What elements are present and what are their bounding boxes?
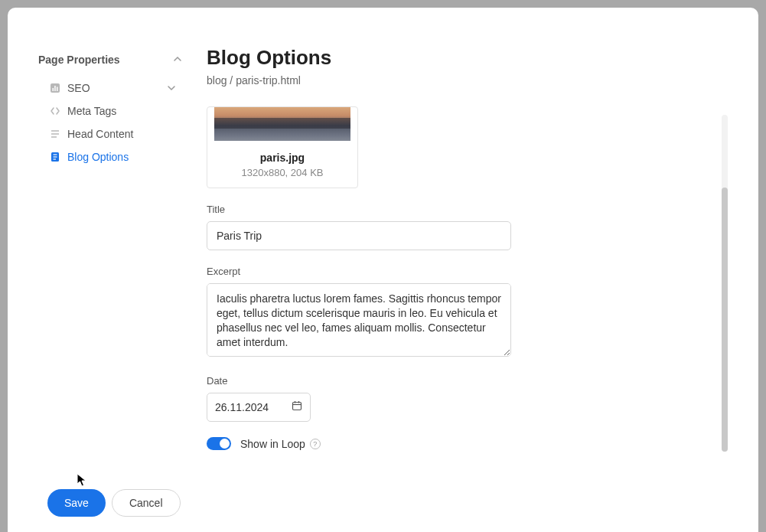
sidebar-item-label: Head Content [67, 128, 133, 140]
title-input[interactable] [207, 221, 511, 250]
sidebar-item-label: Blog Options [67, 151, 129, 163]
sidebar-item-label: Meta Tags [67, 105, 116, 117]
date-input[interactable]: 26.11.2024 [207, 393, 311, 422]
image-preview [214, 107, 350, 141]
svg-rect-11 [293, 403, 302, 410]
toggle-label-text: Show in Loop [240, 438, 305, 450]
sidebar-item-meta-tags[interactable]: Meta Tags [38, 100, 182, 122]
page-properties-modal: Page Properties SEO Meta Tags [8, 8, 758, 532]
excerpt-textarea[interactable] [207, 283, 511, 357]
sidebar-item-label: SEO [67, 82, 90, 94]
scrollbar-thumb[interactable] [722, 188, 728, 452]
image-filename: paris.jpg [214, 152, 351, 164]
modal-footer: Save Cancel [8, 489, 758, 532]
code-icon [49, 105, 61, 117]
svg-rect-3 [57, 87, 58, 92]
date-label: Date [207, 375, 706, 387]
modal-content: Page Properties SEO Meta Tags [8, 8, 758, 489]
sidebar: Page Properties SEO Meta Tags [8, 8, 191, 489]
toggle-knob [220, 439, 230, 449]
featured-image-card[interactable]: paris.jpg 1320x880, 204 KB [207, 106, 358, 188]
page-title: Blog Options [207, 46, 706, 70]
document-icon [49, 151, 61, 163]
svg-rect-2 [54, 86, 56, 91]
sidebar-item-seo[interactable]: SEO [38, 77, 182, 100]
show-in-loop-toggle[interactable] [207, 437, 231, 450]
image-meta: 1320x880, 204 KB [214, 167, 351, 178]
image-card-text: paris.jpg 1320x880, 204 KB [207, 141, 357, 188]
date-value: 26.11.2024 [215, 401, 285, 413]
main-panel: Blog Options blog / paris-trip.html pari… [191, 8, 758, 489]
title-field: Title [207, 204, 706, 250]
sidebar-item-blog-options[interactable]: Blog Options [38, 145, 182, 168]
cancel-button[interactable]: Cancel [112, 489, 181, 517]
show-in-loop-label: Show in Loop ? [240, 438, 321, 450]
sidebar-item-head-content[interactable]: Head Content [38, 122, 182, 145]
main-scroll-area: Blog Options blog / paris-trip.html pari… [207, 46, 722, 474]
chevron-up-icon [173, 54, 182, 66]
show-in-loop-row: Show in Loop ? [207, 437, 706, 450]
breadcrumb: blog / paris-trip.html [207, 74, 706, 86]
lines-icon [49, 128, 61, 140]
help-icon[interactable]: ? [310, 439, 321, 449]
date-field: Date 26.11.2024 [207, 375, 706, 422]
scrollbar-track[interactable] [722, 115, 728, 452]
svg-rect-1 [53, 88, 54, 91]
title-label: Title [207, 204, 706, 215]
chart-icon [49, 82, 61, 94]
sidebar-title: Page Properties [38, 54, 120, 66]
chevron-down-icon [165, 82, 178, 94]
sidebar-section-header[interactable]: Page Properties [38, 54, 182, 66]
calendar-icon [292, 400, 302, 414]
excerpt-field: Excerpt [207, 266, 706, 360]
save-button[interactable]: Save [47, 489, 106, 517]
excerpt-label: Excerpt [207, 266, 706, 277]
